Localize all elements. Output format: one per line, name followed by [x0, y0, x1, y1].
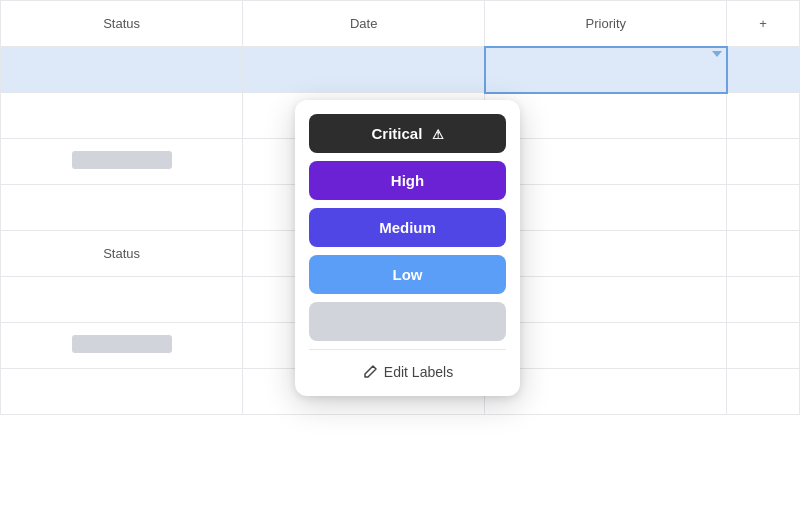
col-header-date: Date [243, 1, 485, 47]
subheader-status: Status [1, 231, 243, 277]
cell-status [1, 323, 243, 369]
cell-add [727, 277, 800, 323]
cell-status [1, 93, 243, 139]
cell-status [1, 277, 243, 323]
cell-priority [485, 323, 727, 369]
priority-option-none[interactable] [309, 302, 506, 341]
none-label [405, 313, 409, 330]
subheader-priority [485, 231, 727, 277]
edit-labels-button[interactable]: Edit Labels [309, 358, 506, 386]
highlight-date-cell [243, 47, 485, 93]
dropdown-divider [309, 349, 506, 350]
medium-label: Medium [379, 219, 436, 236]
cell-priority [485, 277, 727, 323]
edit-labels-label: Edit Labels [384, 364, 453, 380]
warning-icon: ⚠ [432, 127, 444, 142]
table-container: Status Date Priority + [0, 0, 800, 510]
status-placeholder [72, 335, 172, 353]
priority-option-critical[interactable]: Critical ⚠ [309, 114, 506, 153]
priority-option-high[interactable]: High [309, 161, 506, 200]
cell-status [1, 185, 243, 231]
cell-add [727, 93, 800, 139]
priority-cell-active[interactable] [485, 47, 727, 93]
priority-option-low[interactable]: Low [309, 255, 506, 294]
cell-add [727, 323, 800, 369]
highlight-status-cell [1, 47, 243, 93]
subheader-add [727, 231, 800, 277]
cell-priority [485, 139, 727, 185]
cell-add [727, 369, 800, 415]
col-header-priority: Priority [485, 1, 727, 47]
cell-add [727, 185, 800, 231]
priority-dropdown: Critical ⚠ High Medium Low Edit Labels [295, 100, 520, 396]
cell-status [1, 369, 243, 415]
status-placeholder [72, 151, 172, 169]
cell-priority [485, 185, 727, 231]
pencil-icon [362, 364, 378, 380]
low-label: Low [393, 266, 423, 283]
highlight-add-cell [727, 47, 800, 93]
cell-priority [485, 93, 727, 139]
cell-add [727, 139, 800, 185]
critical-label: Critical [371, 125, 422, 142]
high-label: High [391, 172, 424, 189]
col-header-add[interactable]: + [727, 1, 800, 47]
cell-priority [485, 369, 727, 415]
priority-option-medium[interactable]: Medium [309, 208, 506, 247]
col-header-status: Status [1, 1, 243, 47]
cell-status [1, 139, 243, 185]
